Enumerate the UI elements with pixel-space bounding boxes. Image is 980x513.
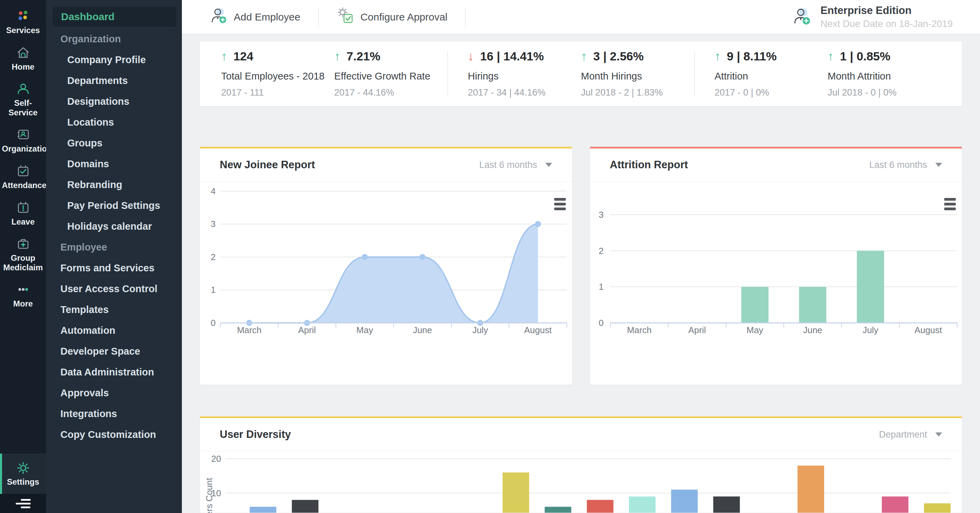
diversity-bar-14[interactable] (797, 465, 824, 513)
sidebar-item-settings[interactable]: Settings (0, 454, 46, 494)
menu-item-forms-and-services[interactable]: Forms and Services (46, 258, 182, 279)
data-point-august[interactable] (535, 221, 541, 227)
menu-item-data-administration[interactable]: Data Administration (46, 362, 182, 382)
menu-item-pay-period-settings[interactable]: Pay Period Settings (46, 195, 182, 216)
sidebar-item-services[interactable]: Services (0, 9, 46, 35)
stat-month-hirings: ↑3 | 2.56%Month HiringsJul 2018 - 2 | 1.… (581, 49, 694, 98)
menu-item-rebranding[interactable]: Rebranding (46, 174, 182, 195)
menu-item-automation[interactable]: Automation (46, 320, 182, 341)
sidebar-item-home[interactable]: Home (0, 45, 46, 72)
sidebar-item-organization[interactable]: Organization (0, 127, 46, 154)
app-root: ServicesHomeSelf-ServiceOrganizationAtte… (0, 0, 980, 513)
stat-total-employees-2018: ↑124Total Employees - 20182017 - 111 (221, 49, 334, 98)
sidebar-item-leave[interactable]: Leave (0, 200, 46, 227)
bar-may[interactable] (741, 287, 768, 323)
menu-item-copy-customization[interactable]: Copy Customization (46, 424, 182, 445)
diversity-bar-1[interactable] (250, 507, 277, 513)
stats-divider (694, 51, 695, 96)
diversity-bar-8[interactable] (545, 507, 571, 513)
menu-item-dashboard[interactable]: Dashboard (53, 7, 177, 27)
diversity-bar-9[interactable] (587, 500, 614, 513)
panel-header: New Joinee Report Last 6 months (200, 148, 572, 182)
chevron-down-icon (935, 432, 942, 437)
attrition-report-panel: Attrition Report Last 6 months 3210March… (590, 147, 962, 385)
bar-june[interactable] (799, 287, 826, 323)
topbar-actions: Add Employee (210, 7, 484, 27)
rail-item-label: More (13, 299, 33, 309)
x-tick-label: April (298, 325, 316, 335)
range-dropdown[interactable]: Last 6 months (869, 160, 942, 170)
x-tick-label: April (688, 325, 706, 335)
data-point-may[interactable] (362, 254, 368, 260)
attendance-icon (16, 164, 30, 178)
group-by-dropdown[interactable]: Department (879, 429, 942, 440)
collapse-menu-button[interactable] (0, 494, 46, 513)
panel-header: Attrition Report Last 6 months (590, 148, 962, 182)
y-tick-label: 2 (210, 252, 215, 262)
up-arrow-icon: ↑ (334, 50, 340, 62)
home-icon (16, 45, 30, 60)
topbar-divider (465, 7, 466, 27)
more-icon (16, 282, 30, 296)
rail-items: ServicesHomeSelf-ServiceOrganizationAtte… (0, 0, 46, 319)
data-point-june[interactable] (419, 254, 425, 260)
sidebar-item-attendance[interactable]: Attendance (0, 164, 46, 190)
settings-gear-icon (16, 461, 31, 475)
diversity-bar-12[interactable] (713, 497, 740, 513)
y-tick-label: 3 (210, 219, 215, 229)
sidebar-item-self-service[interactable]: Self-Service (0, 81, 46, 117)
diversity-bar-17[interactable] (924, 503, 951, 513)
range-dropdown-value: Last 6 months (479, 160, 537, 170)
menu-item-user-access-control[interactable]: User Access Control (46, 279, 182, 300)
menu-item-templates[interactable]: Templates (46, 300, 182, 320)
settings-menu-list: DashboardOrganizationCompany ProfileDepa… (46, 7, 182, 445)
diversity-bar-11[interactable] (671, 489, 698, 513)
rail-spacer (0, 319, 46, 454)
stat-label: Month Hirings (581, 71, 694, 82)
range-dropdown[interactable]: Last 6 months (479, 160, 552, 170)
diversity-bar-16[interactable] (882, 497, 908, 513)
diversity-bar-7[interactable] (503, 472, 529, 513)
menu-item-holidays-calendar[interactable]: Holidays calendar (46, 216, 182, 237)
x-tick-label: March (627, 325, 652, 335)
stat-sublabel: Jul 2018 - 2 | 1.83% (581, 88, 694, 98)
leave-icon (16, 200, 30, 215)
stat-value-row: ↑9 | 8.11% (714, 49, 828, 63)
edition-info: Enterprise Edition Next Due Date on 18-J… (792, 5, 953, 29)
add-employee-label: Add Employee (234, 11, 300, 23)
sidebar-item-group-mediclaim[interactable]: Group Mediclaim (0, 237, 46, 272)
stat-effective-growth-rate: ↑7.21%Effective Growth Rate2017 - 44.16% (334, 49, 448, 98)
diversity-bar-10[interactable] (629, 497, 655, 513)
charts-row: New Joinee Report Last 6 months 43210Mar… (200, 147, 962, 385)
y-tick-label: 0 (210, 318, 215, 328)
x-tick-label: June (413, 325, 432, 335)
new-joinee-report-panel: New Joinee Report Last 6 months 43210Mar… (200, 147, 572, 385)
chart-menu-icon[interactable] (944, 198, 956, 210)
menu-item-domains[interactable]: Domains (46, 154, 182, 174)
x-tick-label: May (746, 325, 763, 335)
diversity-bar-2[interactable] (292, 500, 318, 513)
stat-value: 1 | 0.85% (840, 49, 891, 63)
collapse-menu-icon (21, 499, 31, 501)
menu-item-developer-space[interactable]: Developer Space (46, 341, 182, 362)
bar-july[interactable] (857, 251, 884, 323)
sidebar-item-more[interactable]: More (0, 282, 46, 309)
configure-approval-button[interactable]: Configure Approval (336, 7, 447, 27)
chart-menu-icon[interactable] (554, 198, 566, 210)
new-joinee-chart: 43210MarchAprilMayJuneJulyAugust (200, 182, 572, 385)
menu-item-designations[interactable]: Designations (46, 91, 182, 112)
rail-item-label: Organization (2, 144, 45, 154)
menu-item-company-profile[interactable]: Company Profile (46, 49, 182, 70)
menu-section-employee: Employee (46, 237, 182, 258)
chevron-down-icon (935, 163, 942, 167)
self-service-icon (16, 81, 30, 96)
menu-item-departments[interactable]: Departments (46, 70, 182, 91)
add-employee-button[interactable]: Add Employee (210, 7, 300, 27)
rail-item-label: Group Mediclaim (2, 253, 45, 272)
organization-icon (16, 127, 30, 142)
stat-hirings: ↓16 | 14.41%Hirings2017 - 34 | 44.16% (468, 49, 581, 98)
menu-item-integrations[interactable]: Integrations (46, 403, 182, 424)
menu-item-approvals[interactable]: Approvals (46, 382, 182, 403)
menu-item-locations[interactable]: Locations (46, 112, 182, 133)
menu-item-groups[interactable]: Groups (46, 133, 182, 154)
